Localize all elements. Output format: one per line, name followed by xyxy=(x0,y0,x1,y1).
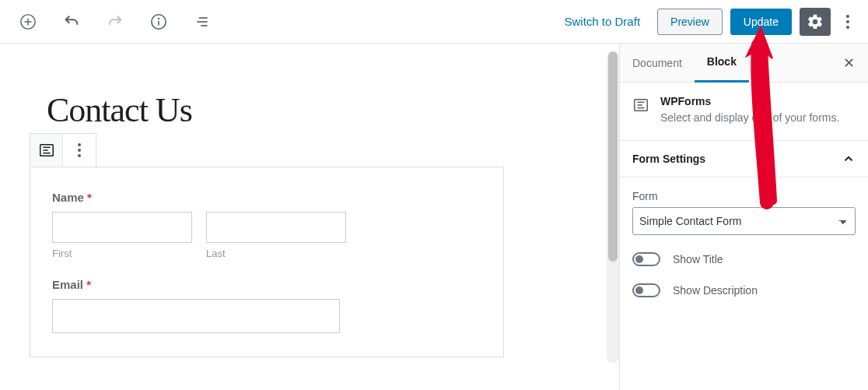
settings-gear-button[interactable] xyxy=(800,8,831,36)
top-toolbar: Switch to Draft Preview Update xyxy=(0,0,868,44)
right-tools: Switch to Draft Preview Update xyxy=(555,8,862,36)
form-select[interactable]: Simple Contact Form xyxy=(632,207,856,235)
block-info-desc: Select and display one of your forms. xyxy=(660,111,839,126)
first-name-input[interactable] xyxy=(52,212,192,243)
form-settings-header[interactable]: Form Settings xyxy=(620,141,868,177)
block-info-title: WPForms xyxy=(660,95,839,107)
left-tools xyxy=(6,8,216,36)
form-preview-block[interactable]: Name * First Last Email * xyxy=(30,167,504,357)
page-title[interactable]: Contact Us xyxy=(47,90,619,130)
last-name-sublabel: Last xyxy=(206,248,346,259)
tab-document[interactable]: Document xyxy=(620,44,695,83)
email-input[interactable] xyxy=(52,299,340,333)
close-sidebar-button[interactable]: ✕ xyxy=(829,54,868,72)
settings-sidebar: Document Block ✕ WPForms Select and disp… xyxy=(619,44,868,390)
show-title-toggle[interactable] xyxy=(632,252,660,266)
add-block-button[interactable] xyxy=(14,8,42,36)
scrollbar-thumb[interactable] xyxy=(608,51,618,262)
email-field-label: Email * xyxy=(52,278,481,291)
preview-button[interactable]: Preview xyxy=(657,9,723,35)
block-type-icon[interactable] xyxy=(30,134,63,167)
first-name-sublabel: First xyxy=(52,248,192,259)
name-field-label: Name * xyxy=(52,191,481,204)
redo-button xyxy=(101,8,129,36)
svg-point-15 xyxy=(78,154,81,157)
svg-point-13 xyxy=(78,143,81,146)
info-button[interactable] xyxy=(145,8,173,36)
show-description-label: Show Description xyxy=(673,284,758,297)
switch-to-draft-link[interactable]: Switch to Draft xyxy=(555,15,650,28)
update-button[interactable]: Update xyxy=(730,9,792,35)
form-select-label: Form xyxy=(632,190,856,202)
svg-point-14 xyxy=(78,149,81,152)
wpforms-icon xyxy=(632,95,649,126)
more-menu-button[interactable] xyxy=(838,9,857,35)
show-title-label: Show Title xyxy=(673,253,723,265)
block-info-panel: WPForms Select and display one of your f… xyxy=(620,83,868,141)
sidebar-tabs: Document Block ✕ xyxy=(620,44,868,83)
chevron-up-icon xyxy=(842,152,856,166)
svg-point-5 xyxy=(159,18,159,19)
block-more-button[interactable] xyxy=(63,134,96,167)
main-area: Contact Us Name * First Last xyxy=(0,44,868,390)
undo-button[interactable] xyxy=(58,8,86,36)
last-name-input[interactable] xyxy=(206,212,346,243)
show-description-toggle[interactable] xyxy=(632,283,660,297)
editor-canvas: Contact Us Name * First Last xyxy=(0,44,619,390)
block-toolbar xyxy=(30,133,96,167)
outline-button[interactable] xyxy=(188,8,216,36)
form-settings-body: Form Simple Contact Form Show Title Show… xyxy=(620,177,868,310)
tab-block[interactable]: Block xyxy=(695,44,749,83)
editor-scrollbar[interactable] xyxy=(607,51,619,363)
